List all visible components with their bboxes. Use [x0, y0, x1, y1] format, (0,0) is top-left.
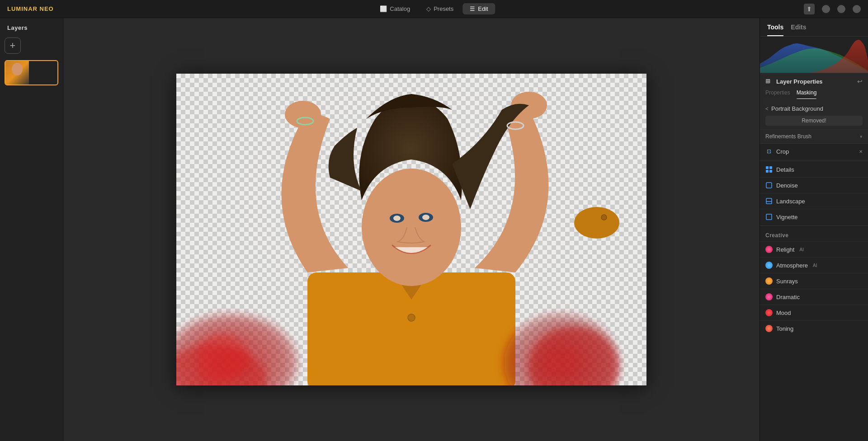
dramatic-icon: [765, 293, 773, 300]
portrait-background-label: Portrait Background: [771, 105, 823, 112]
details-label: Details: [776, 166, 794, 173]
presets-icon: ◇: [426, 5, 431, 12]
svg-point-4: [285, 101, 321, 128]
catalog-nav-button[interactable]: ⬜ Catalog: [373, 3, 417, 14]
denoise-tool-item[interactable]: Denoise: [760, 177, 868, 193]
toning-icon: [765, 325, 773, 332]
landscape-tool-left: Landscape: [765, 197, 805, 205]
layer-properties-reset-button[interactable]: ↩: [857, 78, 863, 85]
refinements-expand-icon: ▾: [860, 134, 863, 140]
svg-point-16: [601, 215, 607, 220]
layer-properties-icon: ⊞: [765, 78, 773, 85]
refinements-brush-row[interactable]: Refinements Brush ▾: [760, 129, 868, 143]
svg-point-7: [362, 169, 461, 286]
layers-panel-title: Layers: [0, 18, 63, 36]
svg-point-15: [574, 207, 619, 239]
minimize-button[interactable]: ─: [822, 5, 830, 13]
denoise-tool-left: Denoise: [765, 182, 798, 189]
edit-nav-button[interactable]: ☰ Edit: [462, 3, 495, 14]
layer-item[interactable]: [5, 60, 58, 85]
sunrays-icon: [765, 277, 773, 285]
crop-tool-item[interactable]: ⊡ Crop ✕: [760, 143, 868, 159]
layer-properties-header[interactable]: ⊞ Layer Properties ↩: [760, 73, 868, 89]
relight-tool-left: Relight AI: [765, 246, 804, 253]
toning-tool-left: Toning: [765, 325, 793, 332]
layer-properties-title: ⊞ Layer Properties: [765, 78, 823, 85]
main-layout: Layers +: [0, 18, 868, 441]
canvas-area: [63, 18, 760, 441]
layers-panel: Layers +: [0, 18, 63, 441]
svg-point-11: [422, 215, 429, 220]
sub-tab-masking[interactable]: Masking: [797, 89, 817, 99]
dramatic-tool-item[interactable]: Dramatic: [760, 289, 868, 305]
presets-nav-button[interactable]: ◇ Presets: [419, 3, 461, 14]
layer-properties-sub-tabs: Properties Masking: [760, 89, 868, 99]
atmosphere-tool-item[interactable]: Atmosphere AI: [760, 257, 868, 273]
sunrays-tool-item[interactable]: Sunrays: [760, 273, 868, 289]
titlebar-nav: ⬜ Catalog ◇ Presets ☰ Edit: [373, 3, 495, 14]
details-icon: [765, 166, 773, 173]
sunrays-label: Sunrays: [776, 278, 798, 285]
tab-edits[interactable]: Edits: [791, 23, 806, 36]
relight-ai-badge: AI: [799, 247, 803, 252]
layer-thumbnail: [5, 61, 29, 84]
tab-tools[interactable]: Tools: [767, 23, 783, 36]
svg-rect-28: [766, 214, 772, 220]
details-tool-left: Details: [765, 166, 794, 173]
crop-pin-icon[interactable]: ✕: [859, 149, 863, 154]
vignette-label: Vignette: [776, 214, 797, 220]
svg-rect-21: [766, 166, 769, 169]
mood-tool-item[interactable]: Mood: [760, 305, 868, 320]
portrait-background-item[interactable]: < Portrait Background: [760, 102, 868, 116]
close-button[interactable]: ✕: [853, 5, 861, 13]
svg-rect-24: [769, 170, 772, 173]
denoise-icon: [765, 182, 773, 189]
relight-tool-item[interactable]: Relight AI: [760, 241, 868, 257]
maximize-button[interactable]: □: [837, 5, 845, 13]
crop-label: Crop: [776, 148, 789, 155]
divider-1: [760, 160, 868, 160]
sub-tab-properties[interactable]: Properties: [765, 89, 790, 99]
portrait-visual: [176, 74, 646, 385]
svg-point-10: [393, 216, 401, 221]
denoise-label: Denoise: [776, 182, 798, 189]
share-button[interactable]: ⬆: [804, 4, 815, 14]
dramatic-tool-left: Dramatic: [765, 293, 800, 300]
svg-point-14: [408, 314, 415, 321]
catalog-icon: ⬜: [380, 5, 387, 12]
svg-rect-26: [766, 198, 772, 204]
atmosphere-label: Atmosphere: [776, 262, 808, 269]
relight-icon: [765, 246, 773, 253]
vignette-icon: [765, 213, 773, 220]
histogram: [760, 37, 868, 73]
atmosphere-tool-left: Atmosphere AI: [765, 262, 817, 269]
vignette-tool-left: Vignette: [765, 213, 797, 220]
divider-2: [760, 225, 868, 226]
portrait-svg: [176, 74, 646, 385]
atmosphere-icon: [765, 262, 773, 269]
atmosphere-ai-badge: AI: [813, 263, 817, 268]
dramatic-label: Dramatic: [776, 294, 800, 300]
vignette-tool-item[interactable]: Vignette: [760, 209, 868, 225]
window-controls: ⬆ ─ □ ✕: [804, 4, 861, 14]
panel-tabs: Tools Edits: [760, 18, 868, 37]
details-tool-item[interactable]: Details: [760, 161, 868, 177]
histogram-chart: [760, 37, 868, 73]
landscape-tool-item[interactable]: Landscape: [760, 193, 868, 209]
layer-properties-section: ⊞ Layer Properties ↩ Properties Masking …: [760, 73, 868, 143]
svg-rect-22: [769, 166, 772, 169]
toning-label: Toning: [776, 325, 793, 332]
titlebar-left: LUMINAR NEO: [7, 5, 54, 12]
relight-label: Relight: [776, 246, 794, 253]
toning-tool-item[interactable]: Toning: [760, 320, 868, 336]
back-arrow-icon: <: [765, 106, 769, 112]
titlebar: LUMINAR NEO ⬜ Catalog ◇ Presets ☰ Edit ⬆…: [0, 0, 868, 18]
mood-tool-left: Mood: [765, 309, 791, 316]
add-layer-button[interactable]: +: [5, 38, 21, 54]
sunrays-tool-left: Sunrays: [765, 277, 798, 285]
app-logo: LUMINAR NEO: [7, 5, 54, 12]
landscape-label: Landscape: [776, 198, 805, 205]
mood-label: Mood: [776, 310, 791, 316]
canvas-container: [176, 74, 646, 385]
creative-category-label: Creative: [760, 227, 868, 241]
